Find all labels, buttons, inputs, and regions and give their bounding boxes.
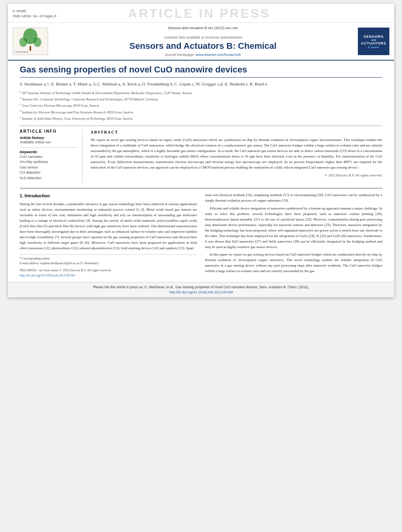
gmodel-line2: SNB-14556; No. of Pages 8 xyxy=(13,14,56,19)
article-in-press-text: ARTICLE IN PRESS xyxy=(128,6,270,20)
logo-actuators: ACTUATORS xyxy=(361,41,387,45)
article-info-column: ARTICLE INFO Article history: Available … xyxy=(20,129,83,184)
body-col-right: from wet-chemical methods [16], templati… xyxy=(205,193,382,278)
main-content: Gas sensing properties of novel CuO nano… xyxy=(8,61,394,282)
copyright-line: © 2012 Elsevier B.V. All rights reserved… xyxy=(91,173,382,178)
footer-cite-text: Please cite this article in press as: S.… xyxy=(93,285,309,289)
article-in-press-banner: ARTICLE IN PRESS xyxy=(56,6,342,21)
affiliations: a AIT Austrian Institute of Technology G… xyxy=(20,90,382,122)
article-info-abstract: ARTICLE INFO Article history: Available … xyxy=(20,126,382,184)
journal-logo-right: SENSORS and ACTUATORS B: Chemical xyxy=(358,28,389,55)
footnote-section: * Corresponding author. E-mail address: … xyxy=(20,254,197,278)
footer-oa: 0925-4005/$ – see front matter © 2012 El… xyxy=(20,268,197,273)
footer-doi[interactable]: http://dx.doi.org/10.1016/j.snb.2012.09.… xyxy=(20,273,197,278)
svg-rect-1 xyxy=(30,46,31,51)
sciverse-line: Contents lists available at SciVerse Sci… xyxy=(53,35,353,39)
body-section: 1. Introduction During the last several … xyxy=(20,188,382,278)
journal-header: ELSEVIER Sensors and Actuators B xxx (20… xyxy=(8,23,394,61)
keyword-3: Gas sensor xyxy=(20,165,78,171)
article-info-heading: ARTICLE INFO xyxy=(20,129,78,133)
keywords-label: Keywords: xyxy=(20,150,78,154)
homepage-link[interactable]: www.elsevier.com/locate/snb xyxy=(195,53,241,57)
available-value: Available online xxx xyxy=(20,140,78,144)
affil-c: c Graz Centre for Electron Microscopy, 8… xyxy=(20,102,382,108)
journal-homepage: journal homepage: www.elsevier.com/locat… xyxy=(53,53,353,57)
svg-point-3 xyxy=(19,37,27,47)
journal-title-center: Sensors and Actuators B xxx (2012) xxx–x… xyxy=(53,26,353,57)
keyword-1: CuO nanowire xyxy=(20,154,78,160)
svg-point-4 xyxy=(34,37,41,47)
sciverse-text: Contents lists available at SciVerse Sci… xyxy=(164,35,242,39)
keywords-section: Keywords: CuO nanowire On-chip synthesis… xyxy=(20,150,78,181)
abstract-text: We report on novel gas sensing devices b… xyxy=(91,137,382,171)
body-two-col: 1. Introduction During the last several … xyxy=(20,193,382,278)
logo-sensors: SENSORS xyxy=(363,35,383,39)
doi-line: Sensors and Actuators B xxx (2012) xxx–x… xyxy=(53,26,353,30)
body-para-r2: Efficient and reliable device integratio… xyxy=(205,206,382,250)
footer-cite-doi[interactable]: http://dx.doi.org/10.1016/j.snb.2012.09.… xyxy=(169,290,233,294)
body-para-r1: from wet-chemical methods [16], templati… xyxy=(205,193,382,204)
logo-and: and xyxy=(371,39,376,41)
svg-text:ELSEVIER: ELSEVIER xyxy=(15,50,28,54)
authors-text: S. Steinhauer a,*, E. Brunet a, T. Maier… xyxy=(20,82,267,86)
journal-name: Sensors and Actuators B: Chemical xyxy=(53,41,353,51)
footnote-corresponding: * Corresponding author. xyxy=(20,256,197,261)
article-title: Gas sensing properties of novel CuO nano… xyxy=(20,65,382,78)
keywords-list: CuO nanowire On-chip synthesis Gas senso… xyxy=(20,154,78,181)
affil-e: e Institute of Solid State Physics, Graz… xyxy=(20,115,382,121)
page: G Model SNB-14556; No. of Pages 8 ARTICL… xyxy=(8,4,394,297)
section1-title: 1. Introduction xyxy=(20,193,197,199)
affil-b: b Siemens AG, Corporate Technology, Corp… xyxy=(20,96,382,102)
affil-d: d Institute for Electron Microscopy and … xyxy=(20,109,382,115)
keyword-4: CO detection xyxy=(20,170,78,176)
logo-subtitle: B: Chemical xyxy=(368,46,380,48)
page-footer: Please cite this article in press as: S.… xyxy=(8,282,394,297)
body-para-r3: In this paper we report on gas sensing d… xyxy=(205,252,382,274)
gmodel-line1: G Model xyxy=(13,9,56,14)
footnote-email: E-mail address: stephan.steinhauer.fl@ai… xyxy=(20,261,197,266)
affil-a: a AIT Austrian Institute of Technology G… xyxy=(20,90,382,96)
body-para-1: During the last several decades, conside… xyxy=(20,202,197,251)
gmodel-info: G Model SNB-14556; No. of Pages 8 xyxy=(13,9,56,19)
keyword-2: On-chip synthesis xyxy=(20,159,78,165)
keyword-5: H₂S detection xyxy=(20,176,78,181)
elsevier-logo: ELSEVIER xyxy=(13,28,48,55)
abstract-heading: ABSTRACT xyxy=(91,129,382,135)
top-banner: G Model SNB-14556; No. of Pages 8 ARTICL… xyxy=(8,4,394,23)
authors: S. Steinhauer a,*, E. Brunet a, T. Maier… xyxy=(20,81,382,87)
history-section: Article history: Available online xxx xyxy=(20,136,78,144)
abstract-column: ABSTRACT We report on novel gas sensing … xyxy=(91,129,382,184)
body-col-left: 1. Introduction During the last several … xyxy=(20,193,197,278)
history-label: Article history: xyxy=(20,136,78,140)
